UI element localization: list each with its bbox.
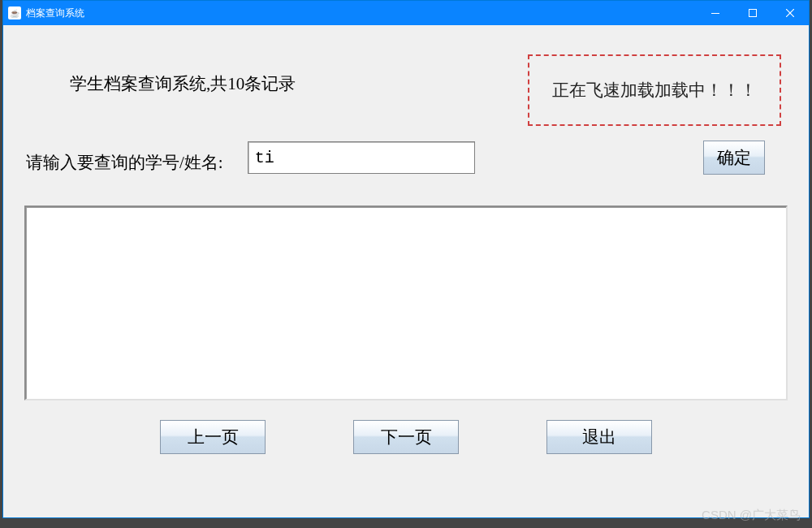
close-icon (786, 9, 794, 17)
result-textarea[interactable] (24, 206, 788, 400)
page-title: 学生档案查询系统,共10条记录 (70, 72, 296, 95)
next-page-button[interactable]: 下一页 (353, 420, 459, 454)
content-area: 学生档案查询系统,共10条记录 正在飞速加载加载中！！！ 请输入要查询的学号/姓… (3, 25, 809, 517)
minimize-icon (711, 13, 719, 14)
search-input[interactable] (248, 141, 475, 174)
window-controls (697, 1, 809, 25)
maximize-icon (749, 9, 757, 17)
maximize-button[interactable] (734, 1, 771, 25)
window-title: 档案查询系统 (26, 6, 697, 20)
footer-row: 上一页 下一页 退出 (19, 420, 793, 454)
loading-status-box: 正在飞速加载加载中！！！ (528, 54, 781, 126)
confirm-button[interactable]: 确定 (703, 141, 765, 175)
svg-rect-1 (749, 10, 757, 17)
close-button[interactable] (771, 1, 809, 25)
minimize-button[interactable] (697, 1, 734, 25)
prev-page-button[interactable]: 上一页 (160, 420, 266, 454)
application-window: ☕ 档案查询系统 学生档案查询系统,共10条记录 正在飞速加载加载中！！！ 请输… (2, 0, 810, 518)
exit-button[interactable]: 退出 (546, 420, 652, 454)
titlebar[interactable]: ☕ 档案查询系统 (3, 1, 809, 25)
svg-rect-0 (711, 13, 719, 14)
search-label: 请输入要查询的学号/姓名: (26, 151, 223, 174)
java-app-icon: ☕ (8, 6, 21, 19)
header-row: 学生档案查询系统,共10条记录 正在飞速加载加载中！！！ (19, 38, 793, 126)
search-row: 请输入要查询的学号/姓名: 确定 (19, 150, 793, 175)
